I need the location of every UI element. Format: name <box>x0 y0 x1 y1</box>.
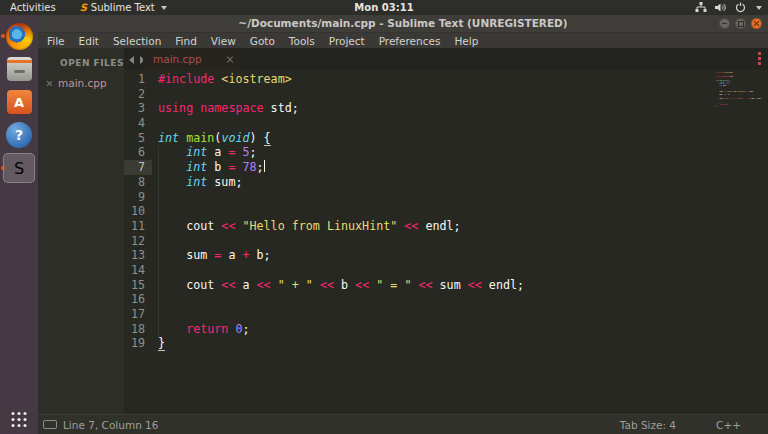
ubuntu-software-icon: A <box>7 90 32 114</box>
tab-close-icon[interactable] <box>226 55 234 63</box>
code-line-1[interactable]: #include <iostream> <box>158 72 524 87</box>
code-token: ; <box>242 322 249 336</box>
code-token: #include <box>158 72 221 86</box>
line-number: 7 <box>124 160 152 175</box>
window-titlebar[interactable]: ~/Documents/main.cpp - Sublime Text (UNR… <box>38 15 768 33</box>
caret-down-icon <box>756 6 762 10</box>
code-line-8[interactable]: int sum; <box>158 175 524 190</box>
ubuntu-dock: A?S <box>0 15 38 434</box>
code-line-4[interactable] <box>158 116 524 131</box>
code-token <box>271 278 278 292</box>
code-line-12[interactable] <box>158 234 524 249</box>
code-token: sum; <box>722 85 726 87</box>
code-token: void <box>221 131 249 145</box>
close-button[interactable] <box>751 18 762 29</box>
code-line-17[interactable] <box>158 307 524 322</box>
code-token: " = " <box>376 278 411 292</box>
code-token: } <box>158 336 165 351</box>
clock[interactable]: Mon 03:11 <box>354 2 413 13</box>
code-line-3[interactable]: using namespace std; <box>158 101 524 116</box>
code-line-5[interactable]: int main(void) { <box>158 131 524 146</box>
help-icon: ? <box>6 122 32 148</box>
code-token: namespace <box>721 76 729 78</box>
dock-item-files[interactable] <box>3 54 35 84</box>
tab-scroll-left-icon[interactable] <box>129 56 134 64</box>
menu-item-tools[interactable]: Tools <box>282 33 322 48</box>
line-number: 5 <box>124 131 152 146</box>
menu-item-goto[interactable]: Goto <box>243 33 282 48</box>
code-token: cout <box>716 98 724 100</box>
line-number: 16 <box>124 292 152 307</box>
menu-item-project[interactable]: Project <box>322 33 372 48</box>
menu-item-find[interactable]: Find <box>168 33 204 48</box>
dock-item-sublime-text[interactable]: S <box>3 153 35 183</box>
minimize-button[interactable] <box>719 18 730 29</box>
icon-glyph: A <box>14 95 24 110</box>
app-menu-button[interactable]: S Sublime Text <box>80 0 167 15</box>
line-number-gutter: 12345678910111213141516171819 <box>124 72 152 351</box>
code-area[interactable]: #include <iostream>using namespace std;i… <box>158 72 524 351</box>
code-token: sum <box>716 94 723 96</box>
code-token <box>235 160 242 174</box>
menu-item-file[interactable]: File <box>40 33 72 48</box>
file-name: main.cpp <box>58 77 107 89</box>
code-token: + <box>242 248 249 262</box>
menu-item-selection[interactable]: Selection <box>106 33 168 48</box>
code-token: a <box>207 145 228 159</box>
code-token: int <box>158 131 179 145</box>
tab-overflow-menu-icon[interactable] <box>758 52 761 65</box>
code-token: sum <box>433 278 468 292</box>
code-line-13[interactable]: sum = a + b; <box>158 248 524 263</box>
code-editor[interactable]: 12345678910111213141516171819 #include <… <box>124 70 768 415</box>
line-number: 18 <box>124 322 152 337</box>
code-line-2[interactable] <box>158 87 524 102</box>
code-line-6[interactable]: int a = 5; <box>158 145 524 160</box>
power-icon <box>735 2 746 13</box>
code-token: int <box>186 145 207 159</box>
code-line-16[interactable] <box>158 292 524 307</box>
code-token: using <box>158 101 193 115</box>
code-line-19[interactable]: } <box>158 336 524 351</box>
code-token: b; <box>250 248 271 262</box>
minimap[interactable]: #include <iostream>using namespace std;i… <box>716 72 768 114</box>
code-token: << <box>221 219 235 233</box>
tab-main-cpp[interactable]: main.cpp <box>143 48 241 70</box>
code-line-7[interactable]: int b = 78; <box>158 160 524 175</box>
code-token: endl; <box>418 219 460 233</box>
activities-button[interactable]: Activities <box>0 0 66 15</box>
code-token <box>158 145 186 159</box>
tab-size-indicator[interactable]: Tab Size: 4 <box>620 419 676 431</box>
code-token: std; <box>264 101 299 115</box>
menu-bar: FileEditSelectionFindViewGotoToolsProjec… <box>38 33 768 48</box>
close-file-icon[interactable] <box>46 80 53 87</box>
running-indicator-dot <box>1 166 5 170</box>
sublime-logo-icon: S <box>80 3 87 13</box>
code-line-10[interactable] <box>158 204 524 219</box>
system-tray[interactable] <box>695 0 762 15</box>
status-icon <box>43 420 57 429</box>
tab-bar: main.cpp <box>124 48 768 70</box>
code-line-11[interactable]: cout << "Hello from LinuxHint" << endl; <box>158 219 524 234</box>
menu-item-help[interactable]: Help <box>447 33 485 48</box>
code-token: b <box>334 278 355 292</box>
code-line-9[interactable] <box>158 190 524 205</box>
running-indicator-dot <box>1 34 5 38</box>
menu-item-edit[interactable]: Edit <box>72 33 106 48</box>
dock-item-ubuntu-software[interactable]: A <box>3 87 35 117</box>
code-token: <iostream> <box>724 72 733 74</box>
syntax-indicator[interactable]: C++ <box>716 419 741 431</box>
code-line-14[interactable] <box>158 263 524 278</box>
code-token: sum; <box>207 175 242 189</box>
menu-item-preferences[interactable]: Preferences <box>372 33 448 48</box>
menu-item-view[interactable]: View <box>204 33 243 48</box>
show-applications-button[interactable] <box>12 412 27 427</box>
line-number: 17 <box>124 307 152 322</box>
dock-item-help[interactable]: ? <box>3 120 35 150</box>
dock-item-firefox[interactable] <box>3 21 35 51</box>
maximize-button[interactable] <box>735 18 746 29</box>
code-line-18[interactable]: return 0; <box>158 322 524 337</box>
open-file-main.cpp[interactable]: main.cpp <box>46 77 124 89</box>
minimap-line-19: } <box>716 105 768 107</box>
code-token: ; <box>257 160 264 174</box>
code-line-15[interactable]: cout << a << " + " << b << " = " << sum … <box>158 278 524 293</box>
